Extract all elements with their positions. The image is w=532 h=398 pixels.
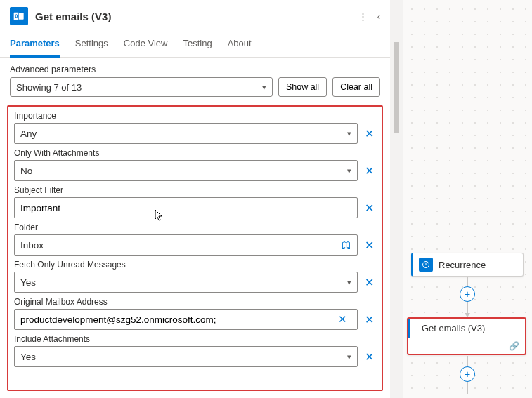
node-recurrence-label: Recurrence: [439, 260, 486, 270]
panel-header: Get emails (V3) ⋮ ‹: [0, 0, 390, 32]
tab-parameters[interactable]: Parameters: [10, 32, 60, 58]
fetch-unread-label: Fetch Only Unread Messages: [14, 260, 376, 270]
advanced-showing-dropdown[interactable]: Showing 7 of 13 ▾: [10, 77, 273, 97]
clear-mailbox-icon[interactable]: ✕: [338, 313, 347, 326]
include-attachments-label: Include Attachments: [14, 334, 376, 344]
remove-fetch-unread[interactable]: ✕: [362, 276, 376, 289]
remove-subject-filter[interactable]: ✕: [362, 201, 376, 215]
advanced-showing-text: Showing 7 of 13: [16, 82, 82, 93]
remove-folder[interactable]: ✕: [362, 239, 376, 252]
remove-only-attachments[interactable]: ✕: [362, 164, 376, 178]
node-get-emails[interactable]: Get emails (V3) 🔗: [407, 317, 526, 355]
tab-code-view[interactable]: Code View: [124, 32, 168, 58]
only-attachments-label: Only With Attachments: [14, 148, 376, 158]
collapse-icon[interactable]: ‹: [377, 11, 380, 22]
panel-title: Get emails (V3): [35, 11, 358, 22]
fetch-unread-select[interactable]: Yes ▾: [14, 272, 358, 293]
tab-settings[interactable]: Settings: [75, 32, 108, 58]
add-step-button[interactable]: +: [460, 366, 475, 382]
folder-input[interactable]: Inbox 🕮: [14, 234, 358, 256]
clock-icon: [419, 258, 433, 272]
folder-picker-icon[interactable]: 🕮: [342, 239, 351, 251]
add-step-button[interactable]: +: [460, 286, 475, 302]
link-icon: 🔗: [509, 341, 519, 351]
importance-select[interactable]: Any ▾: [14, 123, 358, 144]
tab-testing[interactable]: Testing: [183, 32, 212, 58]
outlook-icon: [10, 7, 28, 25]
advanced-label: Advanced parameters: [10, 65, 380, 74]
chevron-down-icon: ▾: [347, 166, 351, 175]
tab-about[interactable]: About: [228, 32, 252, 58]
more-icon[interactable]: ⋮: [358, 11, 368, 22]
panel-scrollbar[interactable]: [390, 0, 403, 398]
importance-label: Importance: [14, 111, 376, 121]
subject-filter-field[interactable]: [20, 203, 351, 213]
mailbox-label: Original Mailbox Address: [14, 297, 376, 307]
tab-bar: Parameters Settings Code View Testing Ab…: [0, 32, 390, 58]
node-get-emails-label: Get emails (V3): [422, 323, 485, 333]
chevron-down-icon: ▾: [347, 352, 351, 361]
node-recurrence[interactable]: Recurrence: [411, 253, 524, 277]
flow-canvas[interactable]: Recurrence + Get emails (V3) 🔗 +: [403, 0, 532, 398]
show-all-button[interactable]: Show all: [278, 77, 327, 97]
mailbox-input[interactable]: ✕: [14, 309, 358, 330]
chevron-down-icon: ▾: [262, 83, 266, 92]
folder-label: Folder: [14, 223, 376, 232]
remove-importance[interactable]: ✕: [362, 127, 376, 140]
connector: [467, 382, 468, 394]
subject-filter-label: Subject Filter: [14, 185, 376, 195]
remove-mailbox[interactable]: ✕: [362, 313, 376, 326]
clear-all-button[interactable]: Clear all: [332, 77, 380, 97]
chevron-down-icon: ▾: [347, 129, 351, 138]
scrollbar-thumb[interactable]: [394, 42, 399, 133]
include-attachments-select[interactable]: Yes ▾: [14, 346, 358, 367]
subject-filter-input[interactable]: [14, 197, 358, 218]
remove-include-attachments[interactable]: ✕: [362, 350, 376, 364]
chevron-down-icon: ▾: [347, 278, 351, 287]
mailbox-field[interactable]: [20, 314, 338, 325]
parameters-list: Importance Any ▾ ✕ Only With Attachments…: [7, 105, 383, 391]
only-attachments-select[interactable]: No ▾: [14, 160, 358, 181]
